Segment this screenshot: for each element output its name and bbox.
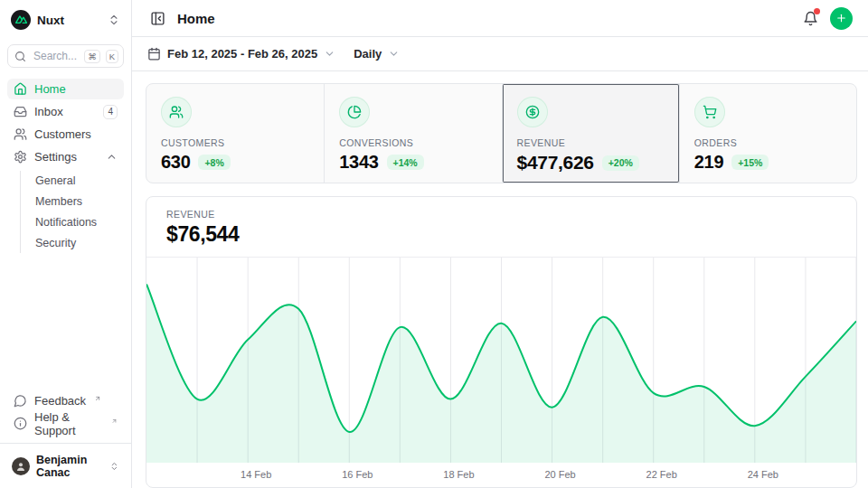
stat-label: ORDERS (694, 137, 842, 148)
x-tick-label: 22 Feb (646, 469, 677, 480)
panel-left-close-icon (150, 11, 165, 26)
sidebar-item-notifications[interactable]: Notifications (21, 212, 124, 232)
gear-icon (14, 150, 27, 164)
revenue-chart-card: REVENUE $76,544 14 Feb16 Feb18 Feb20 Feb… (146, 196, 857, 488)
chevron-down-icon (324, 48, 335, 60)
chevron-up-down-icon (108, 14, 120, 26)
users-icon (161, 97, 192, 127)
sidebar-item-security[interactable]: Security (21, 233, 124, 253)
sidebar-item-general[interactable]: General (21, 171, 124, 191)
user-menu[interactable]: Benjamin Canac (7, 452, 124, 481)
revenue-chart[interactable] (146, 258, 856, 463)
period-select[interactable]: Daily (354, 47, 400, 61)
revenue-chart-svg (146, 258, 856, 463)
pie-chart-icon (339, 97, 370, 127)
page-title: Home (177, 11, 215, 26)
calendar-icon (147, 47, 161, 61)
x-tick-label: 18 Feb (443, 469, 474, 480)
sidebar-item-home[interactable]: Home (7, 79, 124, 99)
users-icon (14, 127, 27, 141)
sidebar-item-settings[interactable]: Settings (7, 146, 124, 167)
stat-delta-badge: +14% (387, 155, 424, 170)
subitem-label: Members (35, 195, 82, 208)
stat-label: CUSTOMERS (161, 137, 309, 148)
kbd-cmd: ⌘ (84, 50, 100, 63)
sidebar-item-members[interactable]: Members (21, 192, 124, 211)
x-tick-label: 24 Feb (748, 469, 778, 480)
x-axis-labels: 14 Feb16 Feb18 Feb20 Feb22 Feb24 Feb (146, 463, 856, 487)
nuxt-logo-icon (11, 10, 31, 30)
avatar (12, 457, 30, 475)
settings-subitems: General Members Notifications Security (20, 171, 124, 253)
chart-header: REVENUE $76,544 (146, 197, 856, 258)
stat-card-conversions[interactable]: CONVERSIONS 1343 +14% (324, 84, 501, 183)
cart-icon (694, 97, 725, 127)
user-name: Benjamin Canac (36, 454, 103, 479)
x-tick-label: 14 Feb (241, 469, 271, 480)
search-icon (14, 51, 26, 62)
topbar: Home (132, 0, 868, 37)
help-support-link[interactable]: Help & Support (7, 413, 124, 434)
inbox-icon (14, 105, 27, 118)
notifications-button[interactable] (800, 8, 820, 28)
sidebar-footer: Feedback Help & Support Benjamin Canac (7, 390, 124, 481)
stat-card-orders[interactable]: ORDERS 219 +15% (679, 84, 856, 183)
notification-dot (814, 8, 820, 14)
external-link-icon (94, 395, 101, 402)
sidebar-nav: Home Inbox 4 Customers Settings General … (7, 79, 124, 255)
stat-delta-badge: +15% (731, 155, 769, 170)
footer-item-label: Feedback (34, 394, 86, 408)
stat-value: 630 (161, 152, 190, 173)
stat-card-customers[interactable]: CUSTOMERS 630 +8% (146, 84, 324, 183)
feedback-link[interactable]: Feedback (7, 390, 124, 411)
stat-delta-badge: +20% (602, 155, 639, 171)
footer-item-label: Help & Support (34, 410, 103, 437)
sidebar-item-label: Inbox (34, 105, 63, 118)
stat-value: $477,626 (517, 152, 594, 174)
main-area: Home Feb 12, 2025 - Feb 26, 2025 Daily (132, 0, 868, 488)
sidebar: Nuxt ⌘ K Home Inbox 4 Customers (0, 0, 132, 488)
subitem-label: General (35, 174, 75, 187)
stat-label: CONVERSIONS (339, 137, 486, 148)
date-range-picker[interactable]: Feb 12, 2025 - Feb 26, 2025 (147, 47, 335, 61)
chart-label: REVENUE (166, 209, 836, 220)
sidebar-item-label: Settings (34, 150, 77, 164)
chevron-up-icon (106, 151, 118, 163)
period-label: Daily (354, 47, 382, 61)
workspace-switcher[interactable]: Nuxt (7, 7, 124, 33)
filters-toolbar: Feb 12, 2025 - Feb 26, 2025 Daily (132, 37, 868, 71)
divider (0, 443, 131, 444)
external-link-icon (111, 418, 118, 425)
stat-label: REVENUE (517, 137, 665, 148)
x-tick-label: 20 Feb (544, 469, 575, 480)
sidebar-item-label: Home (34, 82, 66, 96)
info-circle-icon (14, 417, 27, 430)
sidebar-item-label: Customers (34, 127, 91, 141)
inbox-count-badge: 4 (103, 105, 118, 119)
kbd-k: K (106, 50, 118, 63)
sidebar-collapse-button[interactable] (147, 8, 167, 28)
dollar-circle-icon (517, 97, 548, 127)
app-root: Nuxt ⌘ K Home Inbox 4 Customers (0, 0, 868, 488)
message-circle-icon (14, 394, 27, 408)
date-range-label: Feb 12, 2025 - Feb 26, 2025 (167, 47, 317, 61)
content: CUSTOMERS 630 +8% CONVERSIONS 1343 +14% (132, 71, 868, 488)
sidebar-item-customers[interactable]: Customers (7, 124, 124, 145)
search-field[interactable] (32, 49, 79, 63)
stat-value: 219 (694, 152, 723, 173)
add-button[interactable] (830, 7, 853, 30)
sidebar-item-inbox[interactable]: Inbox 4 (7, 101, 124, 122)
subitem-label: Notifications (35, 216, 97, 229)
plus-icon (835, 12, 847, 24)
x-tick-label: 16 Feb (342, 469, 373, 480)
stats-row: CUSTOMERS 630 +8% CONVERSIONS 1343 +14% (146, 83, 857, 183)
chart-value: $76,544 (166, 222, 836, 247)
subitem-label: Security (35, 237, 76, 249)
workspace-name: Nuxt (37, 14, 64, 27)
stat-delta-badge: +8% (198, 155, 230, 170)
search-input[interactable]: ⌘ K (7, 44, 124, 68)
chevron-down-icon (388, 48, 400, 60)
stat-value: 1343 (339, 152, 378, 173)
home-icon (14, 82, 27, 96)
stat-card-revenue[interactable]: REVENUE $477,626 +20% (502, 84, 679, 183)
